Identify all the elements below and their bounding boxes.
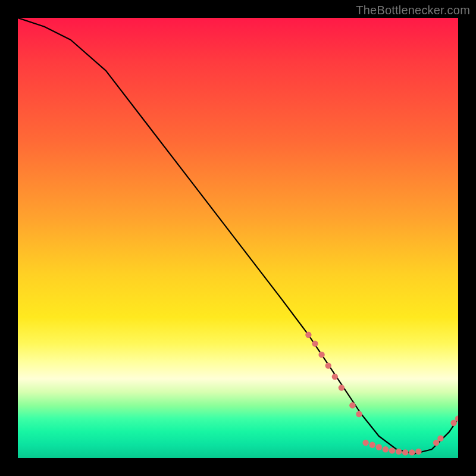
data-marker	[362, 440, 368, 446]
data-marker	[305, 332, 311, 338]
data-marker	[369, 442, 375, 448]
data-marker	[383, 446, 389, 452]
data-marker	[356, 411, 362, 417]
data-marker	[318, 352, 324, 358]
data-marker	[433, 440, 439, 446]
data-marker	[396, 449, 402, 455]
chart-frame: TheBottlenecker.com	[0, 0, 476, 476]
data-marker	[339, 384, 345, 390]
data-marker	[325, 362, 331, 368]
data-marker	[409, 449, 415, 455]
data-marker	[332, 374, 338, 380]
plot-area	[18, 18, 458, 458]
watermark-text: TheBottlenecker.com	[356, 4, 470, 17]
data-marker	[437, 436, 443, 441]
data-marker	[450, 420, 456, 426]
marker-layer	[305, 332, 458, 456]
data-marker	[389, 447, 395, 453]
plot-svg	[18, 18, 458, 458]
data-marker	[376, 444, 382, 450]
curve-layer	[18, 18, 458, 454]
data-marker	[415, 449, 421, 455]
bottleneck-curve	[18, 18, 458, 454]
data-marker	[312, 340, 318, 346]
data-marker	[349, 402, 355, 408]
data-marker	[402, 449, 408, 455]
